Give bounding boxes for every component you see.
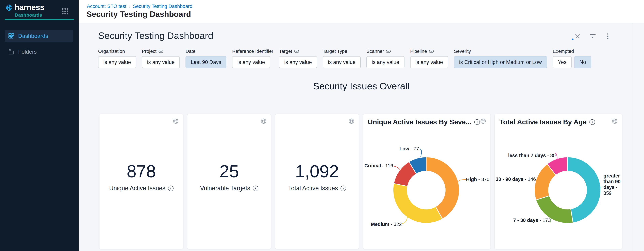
filter-icon[interactable] — [590, 33, 596, 39]
filter-target-type: Target Typeis any value — [323, 49, 361, 68]
filter-value-button[interactable]: Yes — [553, 56, 572, 68]
filter-scanner: Scanneris any value — [366, 49, 404, 68]
donut-hole — [548, 171, 587, 210]
stat-value: 1,092 — [275, 162, 359, 181]
dashboard-actions — [574, 33, 611, 39]
filter-organization: Organizationis any value — [98, 49, 136, 68]
filter-label: Exempted — [553, 49, 574, 54]
topbar: Account: STO test › Security Testing Das… — [78, 0, 644, 23]
filter-date: DateLast 90 Days — [186, 49, 226, 68]
donut-hole — [407, 171, 446, 210]
chart-card-issues-by-severity: Unique Active Issues By Seve... High - 3… — [363, 114, 490, 249]
cursor-dot — [572, 38, 574, 40]
info-icon[interactable] — [340, 186, 346, 191]
page-title: Security Testing Dashboard — [86, 9, 191, 19]
filter-value-button[interactable]: Last 90 Days — [186, 56, 226, 68]
info-icon[interactable] — [168, 186, 174, 191]
info-icon[interactable] — [474, 119, 480, 125]
donut-label-greater-90: greater than 90 days - 359 — [604, 173, 623, 196]
sidebar-nav: Dashboards Folders — [5, 30, 73, 58]
filter-value-button[interactable]: is any value — [142, 56, 180, 68]
donut-label-low: Low - 77 — [388, 146, 419, 152]
callout-line — [420, 149, 422, 157]
folder-icon — [8, 49, 14, 55]
filter-value-button[interactable]: is any value — [366, 56, 404, 68]
breadcrumb-dashboard-link[interactable]: Security Testing Dashboard — [133, 3, 192, 9]
donut-label-7-30: 7 - 30 days - 173 — [513, 217, 550, 223]
app-switcher-icon[interactable] — [61, 7, 69, 15]
stat-value: 878 — [100, 162, 183, 181]
breadcrumb-account-link[interactable]: Account: STO test — [87, 3, 126, 9]
filter-project: Projectis any value — [142, 49, 180, 68]
sidebar-item-label: Dashboards — [18, 33, 48, 39]
stat-card-total-active-issues: 1,092 Total Active Issues — [275, 114, 359, 249]
breadcrumb-separator: › — [129, 3, 130, 9]
scrollbar-track[interactable] — [632, 23, 633, 251]
sidebar: harness Dashboards Dashboards — [0, 0, 78, 251]
link-icon — [386, 50, 391, 53]
filter-value-button[interactable]: is any value — [98, 56, 136, 68]
globe-icon[interactable] — [480, 118, 486, 124]
close-icon[interactable] — [574, 33, 580, 39]
filter-label: Scanner — [366, 49, 384, 54]
filter-target: Targetis any value — [279, 49, 317, 68]
filter-value-button[interactable]: is any value — [279, 56, 317, 68]
globe-icon[interactable] — [348, 118, 355, 124]
callout-line — [402, 217, 408, 224]
link-icon — [158, 50, 164, 53]
cards-row: 878 Unique Active Issues 25 Vulnerable T… — [100, 114, 622, 249]
filter-severity: Severityis Critical or High or Medium or… — [454, 49, 547, 68]
more-options-icon[interactable] — [605, 33, 611, 39]
dashboard-content: Security Testing Dashboard Organizationi… — [78, 23, 644, 251]
severity-donut-chart[interactable] — [393, 157, 459, 223]
stat-label: Total Active Issues — [288, 185, 338, 192]
donut-label-medium: Medium - 322 — [370, 221, 402, 227]
filter-label: Severity — [454, 49, 471, 54]
chart-title: Unique Active Issues By Seve... — [368, 118, 472, 126]
filter-label: Target — [279, 49, 292, 54]
filter-pipeline: Pipelineis any value — [410, 49, 448, 68]
donut-label-critical: Critical - 116 — [364, 163, 392, 169]
harness-logo-icon — [5, 4, 13, 12]
stat-card-unique-active-issues: 878 Unique Active Issues — [100, 114, 183, 249]
breadcrumb: Account: STO test › Security Testing Das… — [87, 3, 192, 9]
filter-reference-identifier: Reference Identifieris any value — [232, 49, 273, 68]
sidebar-item-folders[interactable]: Folders — [5, 45, 73, 58]
filter-bar: Organizationis any valueProjectis any va… — [98, 49, 591, 68]
globe-icon[interactable] — [611, 118, 618, 124]
stat-label: Unique Active Issues — [109, 185, 165, 192]
sidebar-item-label: Folders — [18, 49, 37, 55]
filter-label: Organization — [98, 49, 125, 54]
link-icon — [294, 50, 299, 53]
donut-label-less-7: less than 7 days - 80 — [508, 153, 556, 158]
filter-value-button[interactable]: is any value — [232, 56, 270, 68]
filter-label: Project — [142, 49, 156, 54]
filter-value-button[interactable]: is Critical or High or Medium or Low — [454, 56, 547, 68]
sidebar-item-dashboards[interactable]: Dashboards — [5, 30, 73, 42]
filter-value-button[interactable]: No — [574, 56, 591, 68]
brand-name: harness — [14, 3, 44, 12]
stat-card-vulnerable-targets: 25 Vulnerable Targets — [187, 114, 271, 249]
globe-icon[interactable] — [260, 118, 267, 124]
filter-label: Reference Identifier — [232, 49, 273, 54]
donut-label-30-90: 30 - 90 days - 146 — [496, 176, 533, 182]
filter-label: Target Type — [323, 49, 347, 54]
link-icon — [429, 50, 434, 53]
globe-icon[interactable] — [172, 118, 179, 124]
stat-label: Vulnerable Targets — [200, 185, 250, 192]
filter-value-button[interactable]: is any value — [410, 56, 448, 68]
chart-card-issues-by-age: Total Active Issues By Age greater than … — [495, 114, 622, 249]
filter-value-button[interactable]: is any value — [323, 56, 361, 68]
info-icon[interactable] — [253, 186, 258, 191]
info-icon[interactable] — [590, 119, 595, 125]
stat-value: 25 — [187, 162, 271, 181]
chart-title: Total Active Issues By Age — [500, 118, 586, 126]
dashboards-icon — [8, 33, 14, 39]
filter-exempted: ExemptedYesNo — [553, 49, 591, 68]
dashboard-panel-title: Security Testing Dashboard — [98, 30, 213, 41]
callout-line — [458, 180, 466, 182]
module-label: Dashboards — [15, 12, 42, 18]
filter-label: Pipeline — [410, 49, 427, 54]
section-heading: Security Issues Overall — [78, 81, 644, 91]
age-donut-chart[interactable] — [535, 157, 600, 223]
